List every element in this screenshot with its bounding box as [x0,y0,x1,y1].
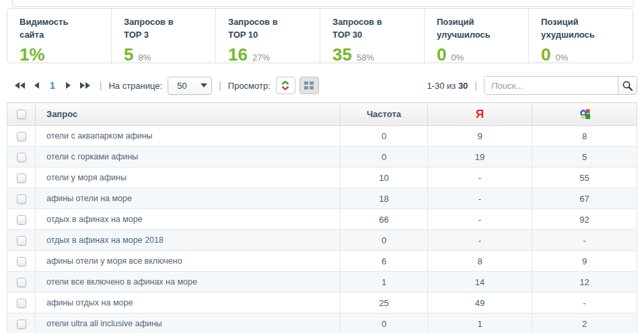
stat-card-value: 5 [124,44,133,65]
table-row: отдых в афинах на море 66 - 92 [7,209,637,230]
query-cell[interactable]: отели с аквапарком афины [36,126,341,147]
frequency-cell: 0 [341,147,428,168]
per-page-select[interactable]: 50 [168,77,212,95]
column-header-yandex[interactable]: Я [428,103,532,126]
results-range-text: 1-30 из [427,81,456,91]
query-cell[interactable]: афины отдых на море [36,293,341,313]
yandex-position-cell: 14 [428,272,532,293]
row-checkbox[interactable] [17,215,26,225]
query-cell[interactable]: афины отели на море [36,188,341,209]
row-checkbox[interactable] [17,236,26,246]
row-checkbox[interactable] [17,174,26,183]
google-position-cell: 8 [532,126,637,147]
frequency-cell: 18 [341,188,428,209]
toolbar-separator: | [100,80,102,91]
frequency-cell: 6 [341,251,428,272]
yandex-position-cell: - [428,168,532,188]
frequency-cell: 66 [341,209,428,230]
queries-table: Запрос Частота Я отели с аквапарком афин… [7,102,637,333]
yandex-position-cell: - [428,230,532,251]
stat-card-label: Видимость сайта [20,16,107,42]
stat-card-value: 35 [332,44,352,65]
query-cell[interactable]: отели с горками афины [36,147,341,168]
column-header-google[interactable] [532,103,637,126]
stat-card: Запросов в TOP 10 16 27% [215,9,320,63]
sort-view-button[interactable] [276,77,295,94]
frequency-cell: 25 [341,293,428,313]
google-position-cell: - [532,230,637,251]
row-checkbox[interactable] [17,257,26,266]
query-cell[interactable]: отели все включено в афинах на море [36,272,341,293]
search-button[interactable] [618,77,637,94]
view-mode-label: Просмотр: [228,81,271,91]
select-all-checkbox[interactable] [17,110,26,119]
grid-icon [304,81,314,89]
search-input[interactable] [485,77,618,94]
frequency-cell: 0 [341,313,428,333]
row-checkbox[interactable] [17,299,26,308]
last-page-button[interactable] [77,80,93,91]
yandex-position-cell: 8 [428,251,532,272]
table-row: отели с горками афины 0 19 5 [7,147,637,168]
stat-card-label: Запросов в TOP 10 [228,16,316,42]
table-toolbar: 1 | На странице: 50 | Просмотр: 1-30 из … [7,74,637,97]
frequency-cell: 1 [341,272,428,293]
grid-view-button[interactable] [299,77,319,94]
yandex-icon: Я [476,108,484,120]
double-right-arrow-icon [80,82,85,89]
google-icon [579,109,590,120]
query-cell[interactable]: отели у моря афины [36,168,341,188]
stat-card-value: 16 [228,44,248,65]
yandex-position-cell: 49 [428,293,532,313]
search-icon [622,80,633,91]
next-page-button[interactable] [63,80,73,91]
stat-card: Запросов в TOP 30 35 58% [320,9,424,63]
prev-page-button[interactable] [32,80,42,91]
row-checkbox[interactable] [17,132,26,141]
table-row: отели с аквапарком афины 0 9 8 [7,126,637,147]
double-left-arrow-icon [15,82,20,89]
yandex-position-cell: 19 [428,147,532,168]
results-range: 1-30 из 30 [427,81,468,91]
query-cell[interactable]: отдых в афинах на море [36,209,341,230]
frequency-cell: 0 [341,126,428,147]
stat-card-value: 0 [541,44,550,65]
double-left-arrow-icon [20,82,25,89]
query-cell[interactable]: отели ultra all inclusive афины [36,313,341,333]
stat-card-label: Позиций ухудшилось [541,16,629,42]
frequency-cell: 10 [341,168,428,188]
yandex-position-cell: 1 [428,313,532,333]
stat-card: Видимость сайта 1% [7,9,111,63]
row-checkbox[interactable] [17,153,26,162]
right-arrow-icon [66,82,71,89]
per-page-selected-value: 50 [168,81,196,91]
google-position-cell: 92 [532,209,637,230]
row-checkbox[interactable] [17,278,26,287]
yandex-position-cell: - [428,188,532,209]
google-position-cell: - [532,293,637,313]
query-cell[interactable]: отдых в афинах на море 2018 [36,230,341,251]
stat-card-label: Позиций улучшилось [437,16,524,42]
column-header-query[interactable]: Запрос [36,103,341,126]
column-header-frequency[interactable]: Частота [341,103,428,126]
row-checkbox[interactable] [17,194,26,204]
current-page-number[interactable]: 1 [50,80,55,91]
table-header-row: Запрос Частота Я [7,103,637,126]
google-position-cell: 67 [532,188,637,209]
stat-card-value: 1% [20,44,45,65]
panel-above-edge [12,0,634,7]
stat-card-percent: 0% [451,52,464,63]
google-position-cell: 2 [532,313,637,333]
left-arrow-icon [34,82,39,89]
first-page-button[interactable] [12,80,28,91]
query-cell[interactable]: афины отели у моря все включено [36,251,341,272]
google-position-cell: 5 [532,147,637,168]
google-position-cell: 12 [532,272,637,293]
stat-card: Позиций улучшилось 0 0% [424,9,528,63]
google-position-cell: 55 [532,168,637,188]
row-checkbox[interactable] [17,320,26,329]
search-box [484,76,637,95]
frequency-cell: 0 [341,230,428,251]
stat-card-percent: 8% [138,52,151,63]
table-row: отдых в афинах на море 2018 0 - - [7,230,637,251]
